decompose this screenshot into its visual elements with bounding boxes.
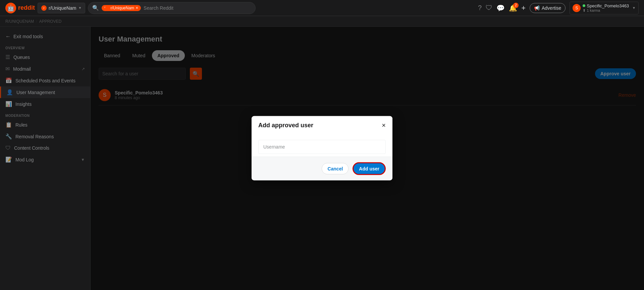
moderation-section-label: MODERATION: [0, 110, 90, 119]
reddit-icon: 🤖: [5, 3, 16, 13]
notification-badge: 2: [513, 3, 519, 8]
content-controls-icon: 🛡: [5, 145, 11, 151]
question-icon[interactable]: ?: [478, 4, 482, 12]
subreddit-tab[interactable]: r r/UniqueNam ▼: [38, 3, 85, 13]
sidebar-item-rules[interactable]: 📋 Rules: [0, 119, 90, 131]
scheduled-icon: 📅: [5, 77, 12, 84]
advertise-button[interactable]: 📢 Advertise: [530, 3, 566, 13]
sidebar-item-label: User Management: [16, 90, 55, 95]
sidebar-item-user-management[interactable]: 👤 User Management: [0, 86, 90, 98]
sidebar-item-label: Removal Reasons: [15, 134, 54, 139]
add-approved-user-modal: Add approved user × Cancel Add user: [252, 116, 392, 180]
modmail-icon: ✉: [5, 66, 10, 72]
exit-mod-tools-label: Exit mod tools: [13, 34, 43, 39]
overview-section-label: OVERVIEW: [0, 42, 90, 51]
sidebar-item-content-controls[interactable]: 🛡 Content Controls: [0, 142, 90, 154]
add-user-button[interactable]: Add user: [353, 162, 386, 175]
reddit-wordmark: reddit: [18, 4, 35, 11]
cancel-button[interactable]: Cancel: [322, 163, 348, 174]
shield-icon[interactable]: 🛡: [486, 4, 492, 12]
sidebar-item-label: Rules: [15, 122, 28, 128]
username-label: Specific_Pomelo3463: [587, 3, 629, 8]
mod-log-icon: 📝: [5, 156, 12, 163]
subreddit-tab-label: r/UniqueNam: [49, 5, 76, 11]
add-icon[interactable]: +: [521, 4, 526, 12]
search-bar[interactable]: 🔍 r r/UniqueNam ✕: [88, 2, 256, 14]
sidebar-item-scheduled[interactable]: 📅 Scheduled Posts and Events: [0, 75, 90, 86]
avatar: S: [573, 4, 581, 12]
modal-body: [252, 135, 392, 157]
sidebar-item-label: Modmail: [13, 66, 31, 72]
online-indicator: [583, 4, 585, 7]
megaphone-icon: 📢: [534, 5, 540, 11]
breadcrumb: R/UNIQUENAM / APPROVED: [0, 16, 644, 27]
sidebar-item-insights[interactable]: 📊 Insights: [0, 98, 90, 110]
sidebar-item-mod-log[interactable]: 📝 Mod Log ▼: [0, 154, 90, 165]
search-tab-pill-label: r/UniqueNam: [110, 6, 134, 10]
sidebar-item-removal-reasons[interactable]: 🔧 Removal Reasons: [0, 131, 90, 142]
modal-title: Add approved user: [258, 122, 313, 129]
username-field[interactable]: [258, 140, 386, 154]
rules-icon: 📋: [5, 122, 12, 128]
search-icon: 🔍: [92, 5, 99, 11]
karma-icon: ⬆: [583, 8, 586, 12]
top-navigation: 🤖 reddit r r/UniqueNam ▼ 🔍 r r/UniqueNam…: [0, 0, 644, 16]
user-management-icon: 👤: [6, 89, 13, 95]
exit-mod-tools-button[interactable]: ← Exit mod tools: [0, 31, 90, 42]
sidebar-item-label: Mod Log: [15, 157, 34, 162]
breadcrumb-subreddit-link[interactable]: R/UNIQUENAM: [5, 19, 34, 24]
chat-icon[interactable]: 💬: [496, 4, 505, 12]
back-arrow-icon: ←: [5, 33, 11, 40]
external-link-icon: ↗: [82, 67, 85, 71]
nav-icons: ? 🛡 💬 🔔 2 + 📢 Advertise S Specific_Pomel…: [478, 2, 639, 14]
search-tab-pill[interactable]: r r/UniqueNam ✕: [102, 5, 141, 11]
modal-header: Add approved user ×: [252, 116, 392, 135]
modal-footer: Cancel Add user: [252, 157, 392, 180]
user-menu-chevron-icon: ▼: [632, 6, 636, 10]
sidebar-item-queues[interactable]: ☰ Queues: [0, 51, 90, 63]
remove-search-tab-icon[interactable]: ✕: [136, 6, 138, 10]
breadcrumb-current-page: APPROVED: [39, 19, 62, 24]
mod-log-chevron-icon: ▼: [81, 157, 85, 162]
chevron-down-icon: ▼: [78, 6, 82, 10]
advertise-label: Advertise: [542, 5, 561, 11]
sidebar: ← Exit mod tools OVERVIEW ☰ Queues ✉ Mod…: [0, 27, 91, 290]
user-menu-button[interactable]: S Specific_Pomelo3463 ⬆ 1 karma ▼: [570, 2, 639, 14]
search-input[interactable]: [144, 5, 251, 11]
modal-close-button[interactable]: ×: [382, 122, 386, 129]
reddit-logo[interactable]: 🤖 reddit: [5, 3, 35, 13]
karma-label: ⬆ 1 karma: [583, 8, 629, 13]
sidebar-item-label: Insights: [15, 101, 32, 107]
removal-reasons-icon: 🔧: [5, 133, 12, 140]
subreddit-favicon: r: [41, 5, 47, 11]
queues-icon: ☰: [5, 54, 10, 60]
notifications-button[interactable]: 🔔 2: [509, 4, 517, 12]
pill-favicon: r: [104, 6, 109, 10]
sidebar-item-modmail[interactable]: ✉ Modmail ↗: [0, 63, 90, 75]
sidebar-item-label: Scheduled Posts and Events: [15, 78, 75, 83]
insights-icon: 📊: [5, 101, 12, 107]
sidebar-item-label: Queues: [13, 55, 30, 60]
sidebar-item-label: Content Controls: [14, 145, 49, 151]
breadcrumb-separator: /: [36, 19, 37, 24]
